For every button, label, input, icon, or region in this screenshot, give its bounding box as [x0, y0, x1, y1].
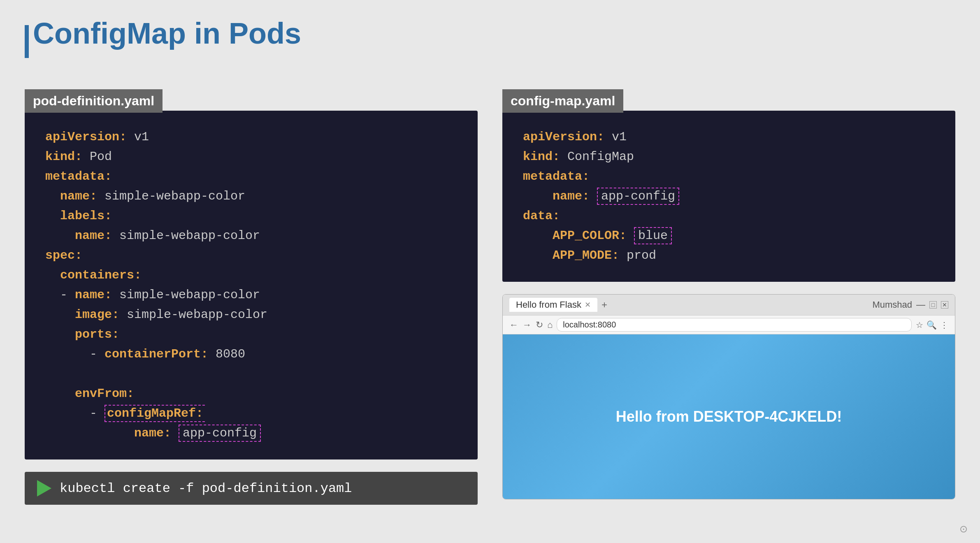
- configmap-wrapper: config-map.yaml apiVersion: v1 kind: Con…: [502, 87, 955, 282]
- code-line-4: name: simple-webapp-color: [45, 186, 457, 206]
- browser-maximize-icon[interactable]: □: [929, 301, 937, 309]
- browser-titlebar-left: Hello from Flask ✕ +: [509, 298, 607, 312]
- browser-back-icon[interactable]: ←: [509, 320, 518, 330]
- configmap-label: config-map.yaml: [502, 89, 623, 113]
- code-line-6: name: simple-webapp-color: [45, 226, 457, 246]
- browser-content: Hello from DESKTOP-4CJKELD!: [503, 334, 955, 499]
- cm-line-6: APP_COLOR: blue: [523, 226, 935, 246]
- browser-titlebar-right: Mumshad — □ ✕: [872, 299, 948, 310]
- browser-menu-icon[interactable]: ⋮: [940, 320, 948, 330]
- cm-line-2: kind: ConfigMap: [523, 147, 935, 167]
- code-line-11: ports:: [45, 325, 457, 344]
- code-line-14: - configMapRef:: [45, 404, 457, 423]
- configmap-code: apiVersion: v1 kind: ConfigMap metadata:…: [502, 111, 955, 282]
- code-line-10: image: simple-webapp-color: [45, 305, 457, 325]
- terminal-command-text: kubectl create -f pod-definition.yaml: [60, 481, 352, 496]
- bottom-logo: ⊙: [959, 523, 968, 535]
- browser-minimize-icon[interactable]: —: [916, 299, 925, 310]
- browser-addressbar: ← → ↻ ⌂ localhost:8080 ☆ 🔍 ⋮: [503, 315, 955, 334]
- terminal-command: kubectl create -f pod-definition.yaml: [25, 472, 478, 505]
- code-line-15: name: app-config: [45, 423, 457, 443]
- pod-definition-code: apiVersion: v1 kind: Pod metadata: name:…: [25, 111, 478, 459]
- browser-tab-text: Hello from Flask: [516, 299, 581, 310]
- browser-tab-close[interactable]: ✕: [585, 300, 591, 309]
- browser-mockup: Hello from Flask ✕ + Mumshad — □ ✕ ← → ↻…: [502, 294, 955, 499]
- browser-title-text: Mumshad: [872, 299, 912, 310]
- code-line-12: - containerPort: 8080: [45, 344, 457, 364]
- code-line-8: containers:: [45, 265, 457, 285]
- main-content: pod-definition.yaml apiVersion: v1 kind:…: [25, 87, 955, 505]
- browser-hello-text: Hello from DESKTOP-4CJKELD!: [616, 408, 842, 425]
- code-line-3: metadata:: [45, 167, 457, 186]
- right-panel: config-map.yaml apiVersion: v1 kind: Con…: [502, 87, 955, 505]
- browser-close-icon[interactable]: ✕: [941, 301, 948, 309]
- browser-home-icon[interactable]: ⌂: [547, 320, 553, 330]
- browser-actions: ☆ 🔍 ⋮: [916, 320, 948, 330]
- browser-star-icon[interactable]: ☆: [916, 320, 923, 330]
- code-line-2: kind: Pod: [45, 147, 457, 167]
- code-line-5: labels:: [45, 206, 457, 226]
- browser-new-tab-icon[interactable]: +: [601, 299, 607, 311]
- browser-url-box[interactable]: localhost:8080: [557, 318, 912, 332]
- code-line-9: - name: simple-webapp-color: [45, 285, 457, 305]
- play-icon: [37, 480, 51, 497]
- cm-line-1: apiVersion: v1: [523, 127, 935, 147]
- code-line-7: spec:: [45, 246, 457, 265]
- browser-reload-icon[interactable]: ↻: [536, 320, 543, 330]
- cm-line-7: APP_MODE: prod: [523, 246, 935, 265]
- title-accent-bar: [25, 25, 29, 58]
- left-panel: pod-definition.yaml apiVersion: v1 kind:…: [25, 87, 478, 505]
- code-line-1: apiVersion: v1: [45, 127, 457, 147]
- browser-search-icon[interactable]: 🔍: [927, 320, 937, 330]
- pod-definition-label: pod-definition.yaml: [25, 89, 163, 113]
- cm-line-5: data:: [523, 206, 935, 226]
- page-title: ConfigMap in Pods: [33, 16, 301, 50]
- pod-definition-wrapper: pod-definition.yaml apiVersion: v1 kind:…: [25, 87, 478, 459]
- cm-line-4: name: app-config: [523, 186, 935, 206]
- browser-forward-icon[interactable]: →: [523, 320, 532, 330]
- code-line-13: envFrom:: [45, 384, 457, 404]
- cm-line-3: metadata:: [523, 167, 935, 186]
- browser-tab[interactable]: Hello from Flask ✕: [509, 298, 597, 312]
- browser-titlebar: Hello from Flask ✕ + Mumshad — □ ✕: [503, 295, 955, 315]
